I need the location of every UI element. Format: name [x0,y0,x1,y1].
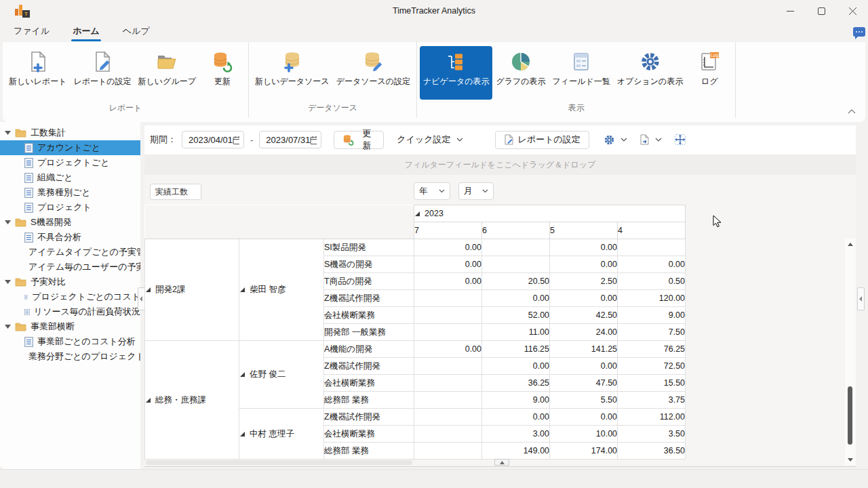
vertical-scrollbar-thumb[interactable] [848,386,852,445]
value-cell[interactable]: 0.00 [414,341,482,358]
export-dropdown[interactable] [633,131,668,149]
value-cell[interactable] [414,324,482,341]
sidebar-item-8[interactable]: アイテムタイプごとの予実管理 [0,245,140,260]
value-cell[interactable]: 0.00 [482,409,550,426]
value-cell[interactable] [482,256,550,273]
value-cell[interactable] [414,409,482,426]
value-cell[interactable]: 0.00 [550,239,618,256]
user-group-cell[interactable]: 佐野 俊二 [239,341,324,409]
sidebar-folder-13[interactable]: 事業部横断 [0,319,140,334]
project-cell[interactable]: S機器の開発 [324,256,414,273]
sidebar-folder-10[interactable]: 予実対比 [0,274,140,289]
scroll-down-arrow[interactable] [845,455,856,464]
value-cell[interactable]: 0.00 [482,358,550,375]
value-cell[interactable]: 0.50 [618,273,686,290]
value-cell[interactable] [414,307,482,324]
sidebar-item-4[interactable]: 業務種別ごと [0,185,140,200]
project-cell[interactable]: 会社横断業務 [324,307,414,324]
org-group-cell[interactable]: 開発2課 [145,239,239,341]
value-cell[interactable] [414,358,482,375]
value-cell[interactable]: 11.00 [482,324,550,341]
scroll-up-arrow[interactable] [845,240,856,248]
value-cell[interactable]: 3.50 [618,426,686,443]
value-cell[interactable]: 3.75 [618,392,686,409]
ribbon-button-navigator[interactable]: ナビゲータの表示 [420,46,492,100]
project-cell[interactable]: Z機器試作開発 [324,290,414,307]
close-button[interactable] [837,0,868,22]
project-cell[interactable]: 会社横断業務 [324,426,414,443]
value-cell[interactable]: 0.00 [414,239,482,256]
value-cell[interactable]: 0.00 [414,256,482,273]
month-header[interactable]: 5 [550,222,618,239]
date-from-input[interactable]: 2023/04/01 [182,131,244,148]
sidebar-item-14[interactable]: 事業部ごとのコスト分析 [0,334,140,349]
sidebar-item-15[interactable]: 業務分野ごとのプロジェクトのコス [0,349,140,364]
value-cell[interactable] [618,239,686,256]
project-cell[interactable]: T商品の開発 [324,273,414,290]
value-cell[interactable]: 141.25 [550,341,618,358]
date-to-input[interactable]: 2023/07/31 [259,131,321,148]
month-header[interactable]: 6 [482,222,550,239]
value-cell[interactable] [414,290,482,307]
sidebar-item-3[interactable]: 組織ごと [0,170,140,185]
fullscreen-button[interactable] [668,131,692,149]
value-cell[interactable]: 116.25 [482,341,550,358]
sidebar-item-2[interactable]: プロジェクトごと [0,155,140,170]
value-cell[interactable]: 24.00 [550,324,618,341]
sidebar-item-1[interactable]: アカウントごと [0,140,140,155]
value-cell[interactable] [414,392,482,409]
value-cell[interactable]: 0.00 [550,256,618,273]
user-group-cell[interactable]: 中村 恵理子 [239,409,324,460]
value-cell[interactable]: 0.00 [550,290,618,307]
vertical-scrollbar[interactable] [845,239,856,465]
value-cell[interactable]: 20.50 [482,273,550,290]
value-cell[interactable]: 9.00 [618,307,686,324]
grid-scroll-up-button[interactable] [494,459,509,466]
project-cell[interactable]: 会社横断業務 [324,375,414,392]
ribbon-button-folder[interactable]: 新しいグループ [135,46,199,100]
month-header[interactable]: 4 [618,222,686,239]
sidebar-item-5[interactable]: プロジェクト [0,200,140,215]
sidebar-item-9[interactable]: アイテム毎のユーザーの予実管理 [0,260,140,274]
menu-tab-1[interactable]: ホーム [68,22,104,42]
value-cell[interactable] [482,239,550,256]
ribbon-button-doc-pencil[interactable]: レポートの設定 [70,46,134,100]
feedback-bubble-icon[interactable] [853,27,865,37]
value-cell[interactable]: 36.50 [618,443,686,460]
value-cell[interactable]: 0.00 [618,256,686,273]
filter-drop-zone[interactable]: フィルターフィールドをここへドラッグ＆ドロップ [144,155,856,175]
menu-tab-2[interactable]: ヘルプ [119,22,154,42]
value-cell[interactable]: 72.50 [618,358,686,375]
project-cell[interactable]: SI製品開発 [324,239,414,256]
value-cell[interactable]: 15.50 [618,375,686,392]
minimize-button[interactable] [774,0,806,22]
value-cell[interactable]: 47.50 [550,375,618,392]
ribbon-button-doc-plus[interactable]: 新しいレポート [5,46,70,100]
ribbon-collapse-button[interactable] [848,104,856,117]
ribbon-button-log[interactable]: Log ログ [686,46,732,100]
ribbon-button-db-refresh[interactable]: 更新 [199,46,245,100]
value-cell[interactable]: 76.25 [618,341,686,358]
ribbon-button-db-pencil[interactable]: データソースの設定 [333,46,414,100]
value-cell[interactable]: 2.50 [550,273,618,290]
sidebar-folder-6[interactable]: S機器開発 [0,215,140,230]
value-cell[interactable] [414,375,482,392]
user-group-cell[interactable]: 柴田 智彦 [239,239,324,341]
project-cell[interactable]: Z機器試作開発 [324,358,414,375]
menu-tab-0[interactable]: ファイル [9,22,54,42]
value-cell[interactable]: 10.00 [550,426,618,443]
value-cell[interactable]: 9.00 [482,392,550,409]
right-splitter-handle[interactable] [857,287,865,310]
update-button[interactable]: 更新 [334,131,384,149]
ribbon-button-pie[interactable]: グラフの表示 [492,46,549,100]
maximize-button[interactable] [806,0,837,22]
quick-settings-dropdown[interactable]: クイック設定 [391,131,469,149]
project-cell[interactable]: A機能の開発 [324,341,414,358]
project-cell[interactable]: 総務部 業務 [324,443,414,460]
value-cell[interactable]: 149.00 [482,443,550,460]
value-cell[interactable]: 0.00 [482,290,550,307]
value-cell[interactable]: 0.00 [550,358,618,375]
year-group-header[interactable]: 2023 [414,205,686,222]
measure-chip[interactable]: 実績工数 [150,184,201,200]
org-group-cell[interactable]: 総務・庶務課 [145,341,239,460]
